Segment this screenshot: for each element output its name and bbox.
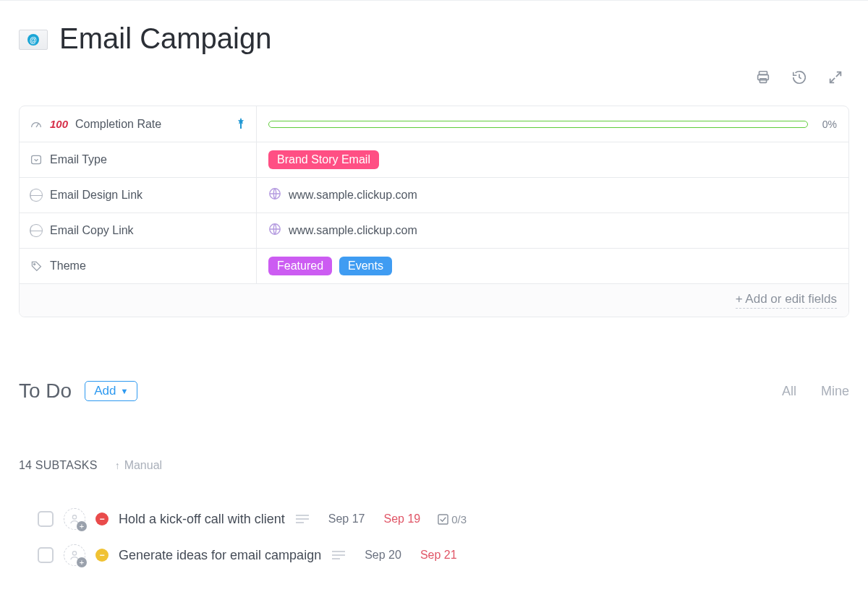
add-edit-fields-link[interactable]: + Add or edit fields — [736, 292, 837, 309]
due-date[interactable]: Sep 19 — [383, 512, 420, 525]
theme-tag-featured[interactable]: Featured — [268, 257, 332, 275]
at-badge: @ — [27, 34, 39, 46]
gauge-icon — [30, 119, 43, 129]
add-subtask-button[interactable]: Add ▼ — [85, 381, 137, 401]
copy-link-url: www.sample.clickup.com — [289, 224, 417, 237]
email-type-tag[interactable]: Brand Story Email — [268, 150, 379, 169]
theme-tag-events[interactable]: Events — [339, 257, 392, 275]
description-icon[interactable] — [295, 514, 310, 524]
page-title: Email Campaign — [59, 22, 271, 55]
design-link-url: www.sample.clickup.com — [289, 189, 417, 202]
subtask-row[interactable]: + − Generate ideas for email campaign Se… — [19, 537, 849, 573]
completion-label: Completion Rate — [75, 118, 161, 131]
copy-link-label: Email Copy Link — [50, 224, 134, 237]
todo-heading: To Do — [19, 379, 72, 403]
dropdown-field-icon — [30, 154, 43, 166]
globe-icon — [268, 223, 281, 239]
field-value-email-type[interactable]: Brand Story Email — [257, 142, 848, 177]
svg-line-3 — [836, 72, 841, 77]
field-value-copy-link[interactable]: www.sample.clickup.com — [257, 213, 848, 248]
plus-badge-icon: + — [77, 557, 87, 567]
hundred-emoji: 100 — [50, 118, 68, 130]
start-date[interactable]: Sep 17 — [328, 512, 365, 525]
start-date[interactable]: Sep 20 — [365, 549, 401, 562]
checkbox[interactable] — [38, 547, 54, 563]
description-icon[interactable] — [331, 550, 346, 560]
expand-icon[interactable] — [827, 69, 843, 85]
pin-icon[interactable] — [236, 117, 246, 132]
subtask-progress-text: 0/3 — [451, 513, 467, 525]
sort-button[interactable]: ↑ Manual — [115, 459, 162, 472]
assign-button[interactable]: + — [64, 508, 85, 530]
subtask-name: Generate ideas for email campaign — [119, 548, 321, 563]
subtask-name: Hold a kick-off call with client — [119, 512, 285, 527]
field-value-theme[interactable]: Featured Events — [257, 249, 848, 283]
checkbox[interactable] — [38, 511, 54, 527]
tag-icon — [30, 260, 43, 272]
svg-line-5 — [36, 124, 38, 127]
svg-line-4 — [830, 78, 835, 82]
globe-icon — [30, 189, 43, 202]
status-dot[interactable]: − — [95, 512, 109, 525]
status-dot[interactable]: − — [95, 549, 109, 562]
field-value-completion[interactable]: 0% — [257, 106, 848, 142]
svg-point-11 — [72, 515, 76, 519]
globe-icon — [268, 187, 281, 203]
theme-label: Theme — [50, 259, 86, 273]
arrow-up-icon: ↑ — [115, 460, 120, 471]
due-date[interactable]: Sep 21 — [420, 549, 457, 562]
globe-icon — [30, 224, 43, 237]
field-label-email-type[interactable]: Email Type — [20, 142, 257, 177]
custom-fields-card: 100 Completion Rate 0% Email Type Brand … — [19, 106, 849, 317]
print-icon[interactable] — [755, 69, 771, 85]
field-label-copy-link[interactable]: Email Copy Link — [20, 213, 257, 248]
chevron-down-icon: ▼ — [120, 387, 128, 395]
subtask-row[interactable]: + − Hold a kick-off call with client Sep… — [19, 501, 849, 537]
field-value-design-link[interactable]: www.sample.clickup.com — [257, 178, 848, 213]
svg-point-16 — [72, 552, 76, 555]
progress-pct: 0% — [822, 119, 837, 130]
subtask-list: + − Hold a kick-off call with client Sep… — [19, 501, 849, 573]
subtask-count: 14 SUBTASKS — [19, 459, 98, 472]
plus-badge-icon: + — [77, 521, 87, 531]
filter-mine[interactable]: Mine — [821, 384, 849, 399]
email-campaign-icon: @ — [19, 30, 48, 50]
field-label-completion[interactable]: 100 Completion Rate — [20, 106, 257, 142]
subtask-progress[interactable]: 0/3 — [438, 513, 467, 525]
sort-label: Manual — [124, 459, 162, 472]
field-label-design-link[interactable]: Email Design Link — [20, 178, 257, 213]
svg-point-10 — [34, 264, 35, 265]
add-button-label: Add — [94, 384, 116, 398]
progress-bar — [268, 121, 808, 128]
svg-rect-15 — [438, 514, 448, 523]
history-icon[interactable] — [791, 69, 807, 85]
svg-rect-7 — [32, 155, 41, 163]
svg-rect-2 — [760, 79, 766, 83]
design-link-label: Email Design Link — [50, 189, 142, 202]
filter-all[interactable]: All — [782, 384, 796, 399]
field-label-theme[interactable]: Theme — [20, 249, 257, 283]
email-type-label: Email Type — [50, 153, 107, 166]
svg-rect-6 — [240, 123, 242, 129]
assign-button[interactable]: + — [64, 544, 85, 566]
